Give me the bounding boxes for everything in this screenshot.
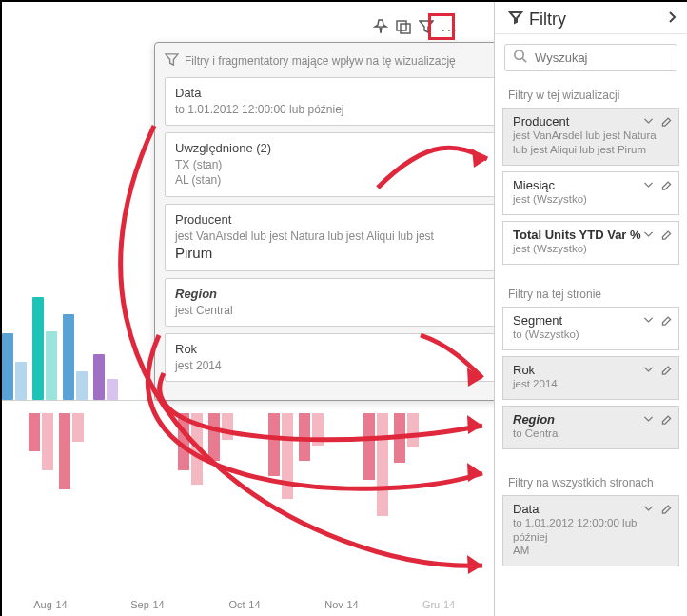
filter-card-producent[interactable]: Producent jest VanArsdel lub jest Natura… — [502, 108, 679, 166]
chart-x-axis: Aug-14 Sep-14 Oct-14 Nov-14 Gru-14 — [2, 599, 487, 610]
chart-bar — [32, 297, 44, 400]
svg-rect-0 — [397, 21, 406, 30]
tooltip-item-title: Producent — [175, 212, 487, 227]
section-label-all: Filtry na wszystkich stronach — [508, 476, 677, 489]
axis-label: Sep-14 — [99, 599, 196, 610]
filter-card-segment[interactable]: Segment to (Wszystko) — [502, 307, 679, 350]
tooltip-item-title: Region — [175, 287, 487, 301]
chart-bar — [15, 362, 27, 400]
chart-bar — [107, 379, 118, 400]
chart-bar-neg — [42, 413, 53, 470]
chevron-down-icon[interactable] — [642, 113, 655, 130]
card-sub: jest (Wszystko) — [513, 192, 671, 207]
chart-bar — [2, 333, 13, 400]
chart-bar-neg — [191, 413, 203, 485]
svg-marker-4 — [467, 415, 482, 434]
eraser-icon[interactable] — [660, 362, 673, 379]
card-sub: AM — [513, 544, 671, 558]
report-canvas: Aug-14 Sep-14 Oct-14 Nov-14 Gru-14 ... F… — [2, 2, 687, 616]
filters-pane-header: Filtry — [495, 2, 687, 34]
axis-label: Aug-14 — [2, 599, 99, 610]
chart-bar-neg — [377, 413, 388, 516]
eraser-icon[interactable] — [660, 312, 673, 329]
svg-point-2 — [515, 50, 523, 59]
filter-card-region[interactable]: Region to Central — [502, 406, 679, 449]
axis-label: Oct-14 — [196, 599, 293, 610]
filters-pane: Filtry Filtry w tej wizualizacji Produce… — [494, 2, 687, 616]
chart-bar — [63, 314, 74, 400]
chart-bar-neg — [178, 413, 189, 470]
eraser-icon[interactable] — [660, 227, 673, 244]
tooltip-item-sub: jest Central — [175, 303, 487, 318]
card-sub: to Central — [513, 427, 671, 441]
chart-bar-neg — [407, 413, 419, 447]
tooltip-item-title: Uwzględnione (2) — [175, 141, 487, 155]
card-sub: jest VanArsdel lub jest Natura lub jest … — [513, 129, 671, 157]
tooltip-item-producent: Producent jest VanArsdel lub jest Natura… — [165, 204, 498, 271]
annotation-highlight-box — [428, 13, 455, 40]
tooltip-item-rok: Rok jest 2014 — [165, 333, 498, 382]
svg-marker-5 — [467, 463, 482, 482]
tooltip-item-uwzglednione: Uwzględnione (2) TX (stan) AL (stan) — [165, 132, 498, 196]
chart-bar-neg — [59, 413, 70, 489]
chart-bar-neg — [299, 413, 310, 461]
tooltip-header: Filtry i fragmentatory mające wpływ na t… — [165, 52, 498, 70]
chart-positive-bars — [2, 297, 126, 400]
chart-bar-neg — [29, 413, 40, 451]
chevron-down-icon[interactable] — [642, 177, 655, 194]
svg-rect-1 — [401, 24, 410, 33]
axis-label: Nov-14 — [293, 599, 390, 610]
section-label-visual: Filtry w tej wizualizacji — [508, 89, 677, 102]
card-sub: to 1.01.2012 12:00:00 lub później — [513, 516, 671, 545]
search-icon — [513, 49, 533, 67]
filters-tooltip: Filtry i fragmentatory mające wpływ na t… — [154, 42, 508, 401]
filter-card-total-units[interactable]: Total Units YTD Var % jest (Wszystko) — [502, 221, 679, 265]
tooltip-item-data: Data to 1.01.2012 12:00:00 lub później — [165, 77, 498, 126]
filter-search[interactable] — [504, 44, 677, 71]
chevron-down-icon[interactable] — [642, 312, 655, 329]
tooltip-item-region: Region jest Central — [165, 278, 498, 327]
tooltip-item-sub: jest VanArsdel lub jest Natura lub jest … — [175, 229, 487, 263]
eraser-icon[interactable] — [660, 411, 673, 428]
filter-icon — [165, 52, 179, 70]
tooltip-title: Filtry i fragmentatory mające wpływ na t… — [185, 54, 456, 68]
chevron-down-icon[interactable] — [642, 411, 655, 428]
filter-card-miesiac[interactable]: Miesiąc jest (Wszystko) — [502, 171, 679, 215]
tooltip-item-sub: TX (stan) — [175, 157, 487, 172]
card-sub: jest (Wszystko) — [513, 242, 671, 256]
chart-bar-neg — [268, 413, 280, 476]
collapse-pane-icon[interactable] — [664, 10, 679, 30]
chart-bar-neg — [282, 413, 293, 499]
chevron-down-icon[interactable] — [642, 362, 655, 379]
card-sub: jest 2014 — [513, 377, 671, 391]
filter-card-rok[interactable]: Rok jest 2014 — [502, 356, 679, 400]
chart-bar-neg — [222, 413, 233, 440]
chart-bar-neg — [363, 413, 375, 480]
eraser-icon[interactable] — [660, 113, 673, 130]
section-label-page: Filtry na tej stronie — [508, 288, 677, 301]
funnel-icon — [508, 10, 523, 30]
tooltip-item-sub: to 1.01.2012 12:00:00 lub później — [175, 102, 487, 117]
chart-bar-neg — [208, 413, 220, 461]
tooltip-item-title: Rok — [175, 342, 487, 356]
chart-bar-neg — [394, 413, 405, 463]
focus-mode-icon[interactable] — [396, 19, 411, 38]
chart-bar-neg — [312, 413, 324, 446]
svg-marker-6 — [467, 555, 482, 574]
chart-bar-neg — [72, 413, 84, 442]
pin-icon[interactable] — [373, 19, 388, 38]
chart-bar — [46, 331, 57, 400]
eraser-icon[interactable] — [660, 177, 673, 194]
tooltip-item-title: Data — [175, 86, 487, 100]
chart-bar — [76, 371, 88, 400]
search-input[interactable] — [533, 50, 669, 66]
tooltip-item-sub: AL (stan) — [175, 172, 487, 188]
chevron-down-icon[interactable] — [642, 227, 655, 244]
filter-card-data[interactable]: Data to 1.01.2012 12:00:00 lub później A… — [502, 495, 679, 567]
axis-label: Gru-14 — [390, 599, 487, 610]
chevron-down-icon[interactable] — [642, 501, 655, 518]
eraser-icon[interactable] — [660, 501, 673, 518]
card-sub: to (Wszystko) — [513, 328, 671, 342]
chart-bar — [93, 354, 105, 400]
pane-title: Filtry — [529, 10, 566, 30]
